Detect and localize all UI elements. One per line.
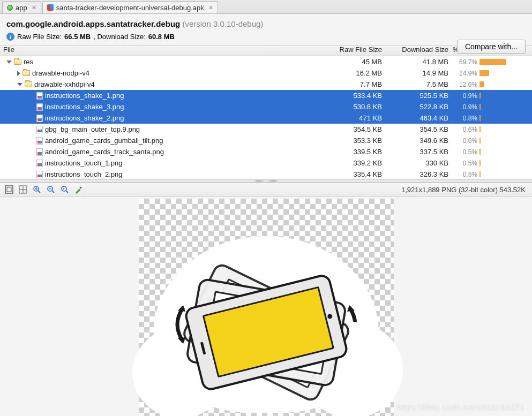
column-file[interactable]: File bbox=[0, 46, 312, 56]
percent: 0.5% bbox=[452, 148, 477, 156]
file-name: instructions_touch_2.png bbox=[45, 170, 123, 178]
tree-row[interactable]: android_game_cards_gumball_tilt.png353.3… bbox=[0, 135, 532, 146]
svg-line-13 bbox=[66, 191, 68, 193]
percent: 0.5% bbox=[452, 160, 477, 167]
chevron-down-icon[interactable] bbox=[6, 60, 12, 64]
image-file-icon bbox=[36, 137, 43, 145]
module-icon bbox=[7, 5, 13, 11]
file-name: instructions_shake_2.png bbox=[45, 114, 124, 122]
image-file-icon bbox=[36, 148, 43, 156]
zoom-out-icon[interactable] bbox=[46, 185, 56, 194]
raw-size: 339.2 KB bbox=[312, 159, 387, 167]
close-icon[interactable]: ✕ bbox=[32, 4, 36, 11]
tab-app[interactable]: app ✕ bbox=[2, 1, 41, 13]
close-icon[interactable]: ✕ bbox=[208, 4, 213, 11]
raw-size-label: Raw File Size: bbox=[17, 33, 62, 41]
file-name: android_game_cards_gumball_tilt.png bbox=[45, 137, 163, 145]
percent-bar bbox=[479, 115, 481, 121]
raw-size: 7.7 MB bbox=[312, 80, 387, 88]
percent-bar bbox=[479, 160, 481, 166]
folder-icon bbox=[23, 70, 30, 76]
percent-bar bbox=[479, 104, 481, 110]
percent-bar bbox=[479, 149, 481, 155]
info-icon: i bbox=[6, 33, 14, 41]
image-file-icon bbox=[36, 115, 43, 122]
watermark: https://blog.csdn.net/u010194271 bbox=[397, 403, 524, 412]
tree-row[interactable]: instructions_touch_1.png339.2 KB330 KB0.… bbox=[0, 157, 532, 169]
preview-content bbox=[154, 236, 379, 413]
tree-row[interactable]: gbg_bg_main_outer_top.9.png354.5 KB354.5… bbox=[0, 124, 532, 135]
percent-bar bbox=[479, 171, 481, 177]
raw-size: 335.4 KB bbox=[312, 170, 387, 178]
package-line: com.google.android.apps.santatracker.deb… bbox=[6, 19, 526, 28]
percent: 0.9% bbox=[452, 92, 477, 100]
folder-icon bbox=[14, 59, 21, 65]
raw-size: 339.5 KB bbox=[312, 148, 387, 156]
raw-size: 530.8 KB bbox=[312, 103, 387, 111]
zoom-actual-icon[interactable]: 1 bbox=[60, 185, 70, 194]
raw-size: 471 KB bbox=[312, 114, 387, 122]
tree-row[interactable]: instructions_shake_1.png533.4 KB525.5 KB… bbox=[0, 90, 532, 101]
preview-toolbar: 1 1,921x1,889 PNG (32-bit color) 543.52K bbox=[0, 183, 532, 196]
percent: 24.9% bbox=[452, 70, 477, 77]
column-raw-size[interactable]: Raw File Size bbox=[312, 46, 387, 56]
tree-row[interactable]: instructions_shake_3.png530.8 KB522.8 KB… bbox=[0, 101, 532, 112]
compare-with-button[interactable]: Compare with... bbox=[457, 40, 526, 54]
tree-row[interactable]: instructions_touch_2.png335.4 KB326.3 KB… bbox=[0, 169, 532, 179]
tree-row[interactable]: drawable-xxhdpi-v47.7 MB7.5 MB12.6% bbox=[0, 79, 532, 90]
image-preview[interactable]: https://blog.csdn.net/u010194271 bbox=[0, 196, 532, 416]
file-name: gbg_bg_main_outer_top.9.png bbox=[45, 125, 140, 133]
download-size: 326.3 KB bbox=[387, 170, 452, 178]
svg-line-10 bbox=[52, 191, 54, 193]
image-file-icon bbox=[36, 171, 43, 178]
tab-label: santa-tracker-development-universal-debu… bbox=[56, 4, 204, 12]
percent: 0.6% bbox=[452, 126, 477, 133]
preview-info: 1,921x1,889 PNG (32-bit color) 543.52K bbox=[401, 186, 528, 194]
grid-icon[interactable] bbox=[18, 185, 28, 194]
percent: 69.7% bbox=[452, 58, 477, 66]
file-name: android_game_cards_track_santa.png bbox=[45, 148, 164, 156]
eyedropper-icon[interactable] bbox=[74, 185, 84, 194]
editor-tabs: app ✕ santa-tracker-development-universa… bbox=[0, 0, 532, 14]
percent-bar bbox=[479, 138, 481, 143]
tree-row[interactable]: android_game_cards_track_santa.png339.5 … bbox=[0, 146, 532, 157]
apk-icon bbox=[47, 4, 54, 11]
tab-apk[interactable]: santa-tracker-development-universal-debu… bbox=[42, 1, 218, 13]
percent-bar bbox=[479, 126, 481, 132]
file-name: instructions_shake_1.png bbox=[45, 92, 124, 100]
download-size: 14.9 MB bbox=[387, 69, 452, 77]
file-tree[interactable]: res45 MB41.8 MB69.7%drawable-nodpi-v416.… bbox=[0, 56, 532, 179]
chevron-down-icon[interactable] bbox=[17, 83, 23, 86]
file-name: instructions_touch_1.png bbox=[45, 159, 123, 167]
percent-bar bbox=[479, 93, 481, 99]
tree-row[interactable]: res45 MB41.8 MB69.7% bbox=[0, 56, 532, 67]
download-size: 463.4 KB bbox=[387, 114, 452, 122]
percent: 0.9% bbox=[452, 103, 477, 111]
file-name: drawable-nodpi-v4 bbox=[32, 69, 89, 77]
tab-label: app bbox=[16, 4, 27, 12]
percent-bar bbox=[479, 81, 484, 87]
size-line: i Raw File Size: 66.5 MB , Download Size… bbox=[6, 33, 526, 41]
percent: 12.6% bbox=[452, 81, 477, 88]
fit-window-icon[interactable] bbox=[4, 185, 14, 194]
svg-text:1: 1 bbox=[63, 187, 65, 191]
file-name: drawable-xxhdpi-v4 bbox=[34, 80, 95, 88]
download-size: 330 KB bbox=[387, 159, 452, 167]
chevron-right-icon[interactable] bbox=[17, 71, 20, 76]
raw-size: 45 MB bbox=[312, 58, 387, 66]
tree-row[interactable]: instructions_shake_2.png471 KB463.4 KB0.… bbox=[0, 112, 532, 124]
file-name: res bbox=[24, 58, 33, 66]
percent-bar bbox=[479, 70, 489, 76]
download-size: 7.5 MB bbox=[387, 80, 452, 88]
download-size: 337.5 KB bbox=[387, 148, 452, 156]
download-size: 349.6 KB bbox=[387, 137, 452, 145]
tree-row[interactable]: drawable-nodpi-v416.2 MB14.9 MB24.9% bbox=[0, 67, 532, 79]
download-size: 41.8 MB bbox=[387, 58, 452, 66]
percent: 0.8% bbox=[452, 115, 477, 122]
raw-size-value: 66.5 MB bbox=[64, 33, 91, 41]
zoom-in-icon[interactable] bbox=[32, 185, 42, 194]
package-version: (version 3.0.10-debug) bbox=[182, 19, 263, 28]
column-download-size[interactable]: Download Size bbox=[387, 46, 452, 56]
download-size: 522.8 KB bbox=[387, 103, 452, 111]
percent: 0.6% bbox=[452, 137, 477, 145]
